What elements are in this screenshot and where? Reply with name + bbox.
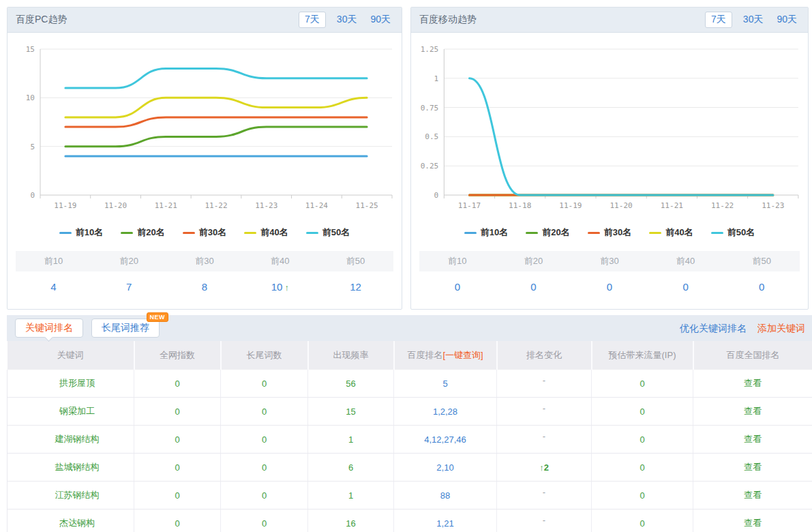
range-button-90d[interactable]: 90天 xyxy=(774,12,800,27)
summary-col-top20: 前20 xyxy=(91,255,167,267)
view-link[interactable]: 查看 xyxy=(744,378,762,388)
legend-label: 前20名 xyxy=(137,226,164,239)
legend-label: 前30名 xyxy=(199,226,226,239)
legend-item-top20[interactable]: 前20名 xyxy=(526,226,569,239)
rank-up-indicator: ↑2 xyxy=(539,462,549,473)
frequency-cell: 6 xyxy=(308,454,394,482)
baidu-rank-cell: 5 xyxy=(394,370,497,398)
national-rank-cell: 查看 xyxy=(693,370,812,398)
pc-trend-panel: 百度PC趋势 7天30天90天 05101511-1911-2011-2111-… xyxy=(7,7,402,310)
svg-text:5: 5 xyxy=(30,143,35,151)
summary-value-top50[interactable]: 12 xyxy=(318,281,393,293)
national-rank-cell: 查看 xyxy=(693,454,812,482)
one-click-query-link[interactable]: [一键查询] xyxy=(442,350,483,360)
baidu-rank-link[interactable]: 88 xyxy=(440,490,450,501)
frequency-cell: 56 xyxy=(308,370,394,398)
rank-change-cell: - xyxy=(497,370,592,398)
keyword-cell: 拱形屋顶 xyxy=(7,370,134,398)
col-national-rank: 百度全国排名 xyxy=(693,341,812,370)
traffic-cell: 0 xyxy=(592,398,693,426)
view-link[interactable]: 查看 xyxy=(744,434,762,444)
rank-change-cell: - xyxy=(497,398,592,426)
legend-item-top50[interactable]: 前50名 xyxy=(711,226,755,239)
keyword-row: 钢梁加工00151,2,28-0查看 xyxy=(7,398,812,426)
legend-label: 前40名 xyxy=(260,226,288,239)
svg-text:11-25: 11-25 xyxy=(356,201,378,210)
svg-text:11-20: 11-20 xyxy=(104,201,127,210)
summary-value-top20[interactable]: 0 xyxy=(496,281,572,293)
legend-label: 前10名 xyxy=(76,226,103,239)
index-cell: 0 xyxy=(134,426,221,454)
frequency-cell: 16 xyxy=(308,509,394,532)
range-button-30d[interactable]: 30天 xyxy=(334,12,360,27)
svg-text:11-23: 11-23 xyxy=(255,201,277,210)
legend-item-top40[interactable]: 前40名 xyxy=(244,226,288,239)
legend-item-top40[interactable]: 前40名 xyxy=(649,226,693,239)
frequency-cell: 1 xyxy=(308,426,394,454)
baidu-rank-link[interactable]: 4,12,27,46 xyxy=(424,434,466,445)
summary-value-top10[interactable]: 4 xyxy=(16,281,91,293)
pc-trend-chart: 05101511-1911-2011-2111-2211-2311-2411-2… xyxy=(7,37,402,222)
legend-item-top30[interactable]: 前30名 xyxy=(183,226,226,239)
svg-text:1.25: 1.25 xyxy=(421,45,439,54)
legend-line-icon xyxy=(649,232,661,234)
legend-item-top20[interactable]: 前20名 xyxy=(121,226,164,239)
svg-text:11-17: 11-17 xyxy=(458,201,481,210)
optimize-keywords-link[interactable]: 优化关键词排名 xyxy=(680,323,747,334)
summary-value-top30[interactable]: 0 xyxy=(571,281,648,293)
summary-value-top50[interactable]: 0 xyxy=(723,281,800,293)
baidu-rank-link[interactable]: 1,21 xyxy=(436,518,453,529)
summary-value-top40[interactable]: 10↑ xyxy=(242,281,318,293)
index-cell: 0 xyxy=(134,370,221,398)
summary-value-top40[interactable]: 0 xyxy=(648,281,724,293)
baidu-rank-link[interactable]: 5 xyxy=(442,379,447,389)
range-button-7d[interactable]: 7天 xyxy=(299,12,326,28)
summary-value-top10[interactable]: 0 xyxy=(419,281,496,293)
range-button-90d[interactable]: 90天 xyxy=(367,12,393,27)
summary-value-top20[interactable]: 7 xyxy=(91,281,167,293)
legend-line-icon xyxy=(711,232,723,234)
svg-text:0.75: 0.75 xyxy=(421,104,439,113)
keyword-row: 拱形屋顶00565-0查看 xyxy=(7,370,812,398)
pc-trend-title: 百度PC趋势 xyxy=(16,14,67,26)
view-link[interactable]: 查看 xyxy=(744,406,762,416)
add-keyword-link[interactable]: 添加关键词 xyxy=(757,323,805,334)
legend-item-top50[interactable]: 前50名 xyxy=(306,226,350,239)
tab-keyword-ranking[interactable]: 关键词排名 xyxy=(15,319,83,338)
traffic-cell: 0 xyxy=(592,426,693,454)
keyword-cell: 盐城钢结构 xyxy=(7,454,134,482)
tail-count-cell: 0 xyxy=(221,482,308,509)
summary-value-top30[interactable]: 8 xyxy=(167,281,243,293)
baidu-rank-link[interactable]: 2,10 xyxy=(436,462,453,473)
range-button-7d[interactable]: 7天 xyxy=(705,12,732,28)
legend-line-icon xyxy=(526,232,538,234)
national-rank-cell: 查看 xyxy=(693,398,812,426)
svg-text:10: 10 xyxy=(26,93,35,102)
summary-col-top20: 前20 xyxy=(496,255,572,267)
frequency-cell: 1 xyxy=(308,482,394,509)
svg-text:11-18: 11-18 xyxy=(509,201,531,210)
mobile-trend-panel: 百度移动趋势 7天30天90天 00.250.50.7511.2511-1711… xyxy=(410,7,809,310)
summary-col-top10: 前10 xyxy=(16,255,91,267)
view-link[interactable]: 查看 xyxy=(744,490,762,500)
baidu-rank-link[interactable]: 1,2,28 xyxy=(433,407,457,417)
new-badge: NEW xyxy=(147,312,169,322)
range-button-30d[interactable]: 30天 xyxy=(740,12,766,27)
index-cell: 0 xyxy=(134,482,221,509)
pc-trend-legend: 前10名前20名前30名前40名前50名 xyxy=(7,224,402,241)
col-keyword: 关键词 xyxy=(7,341,134,370)
summary-col-top50: 前50 xyxy=(318,255,393,267)
legend-item-top30[interactable]: 前30名 xyxy=(588,226,631,239)
view-link[interactable]: 查看 xyxy=(744,518,762,528)
view-link[interactable]: 查看 xyxy=(744,462,762,472)
legend-label: 前50名 xyxy=(727,226,755,239)
keyword-table-body: 拱形屋顶00565-0查看钢梁加工00151,2,28-0查看建湖钢结构0014… xyxy=(7,370,812,532)
legend-line-icon xyxy=(244,232,256,234)
legend-item-top10[interactable]: 前10名 xyxy=(464,226,508,239)
national-rank-cell: 查看 xyxy=(693,426,812,454)
legend-label: 前50名 xyxy=(322,226,350,239)
legend-item-top10[interactable]: 前10名 xyxy=(59,226,103,239)
tab-longtail-recommend[interactable]: 长尾词推荐NEW xyxy=(91,319,160,338)
tail-count-cell: 0 xyxy=(221,370,308,398)
rank-change-cell: ↑2 xyxy=(497,454,592,482)
